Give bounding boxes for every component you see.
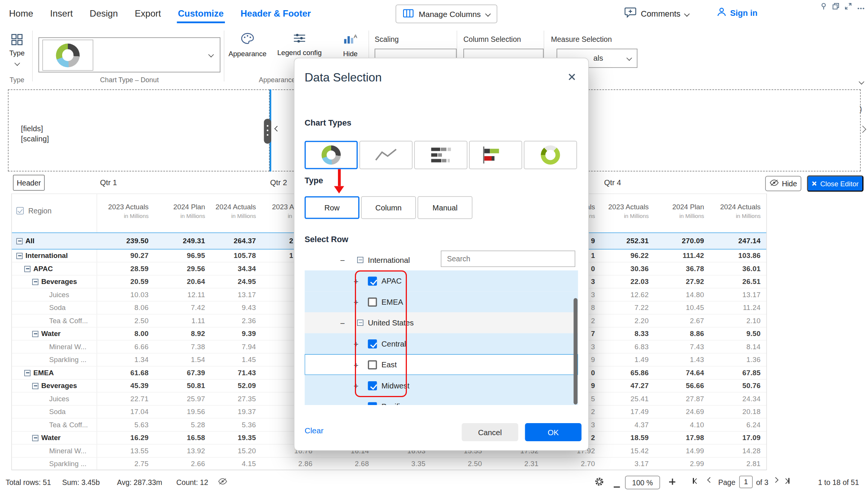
first-page-button[interactable] (693, 478, 698, 484)
chart-type-option-bar[interactable] (469, 141, 522, 169)
manage-columns-button[interactable]: Manage Columns (396, 5, 497, 23)
cell-value[interactable]: 19.37 (171, 408, 256, 416)
tree-item-midwest[interactable]: +Midwest (305, 375, 578, 396)
cell-value[interactable]: 8.14 (676, 343, 761, 351)
duplicate-icon[interactable] (833, 2, 839, 12)
cancel-button[interactable]: Cancel (462, 423, 518, 441)
collapse-icon[interactable] (24, 370, 31, 376)
cell-value[interactable]: 2.36 (171, 317, 256, 325)
close-icon[interactable] (568, 73, 576, 81)
chart-type-option-donut[interactable] (305, 141, 358, 169)
cell-value[interactable]: 71.43 (171, 369, 256, 377)
cell-value[interactable]: 27.35 (171, 395, 256, 403)
checkbox[interactable] (368, 402, 377, 405)
header-tab[interactable]: Header (13, 175, 45, 191)
checkbox[interactable] (368, 297, 377, 306)
cell-value[interactable]: 6.24 (676, 421, 761, 429)
cell-value[interactable]: 26.51 (676, 278, 761, 286)
checkbox[interactable] (368, 381, 377, 390)
cell-value[interactable]: 9.50 (676, 330, 761, 338)
cell-value[interactable]: 1.45 (171, 356, 256, 364)
zoom-in-button[interactable] (669, 478, 675, 487)
cell-value[interactable]: 14.28 (676, 447, 761, 455)
collapse-icon[interactable] (17, 253, 23, 259)
overflow-icon[interactable] (857, 2, 865, 12)
tree-item-united-states[interactable]: −United States (305, 312, 578, 333)
chart-type-option-ring[interactable] (524, 141, 577, 169)
cell-value[interactable]: 52.09 (171, 382, 256, 390)
column-header[interactable]: 2024 Actualsin Millions (676, 203, 761, 219)
expand-icon[interactable]: + (352, 381, 360, 391)
search-input[interactable] (441, 251, 575, 267)
tree-item-east[interactable]: +East (305, 354, 578, 375)
last-page-button[interactable] (784, 478, 790, 484)
table-row-sparkling[interactable]: Sparkling ...2.752.664.152.862.683.352.5… (12, 458, 767, 471)
fields-panel[interactable]: [fields] [scaling] (8, 89, 270, 172)
expand-icon[interactable]: + (352, 297, 360, 307)
cell-value[interactable]: 5.36 (171, 421, 256, 429)
collapse-icon[interactable]: − (339, 255, 347, 265)
collapse-icon[interactable] (32, 279, 39, 285)
cell-value[interactable]: 50.76 (676, 382, 761, 390)
collapse-icon[interactable] (32, 331, 39, 337)
menu-insert[interactable]: Insert (50, 9, 73, 19)
tree-item-pacific[interactable]: +Pacific (305, 396, 578, 405)
tab-header-footer[interactable]: Header & Footer (241, 9, 311, 19)
cell-value[interactable]: 17.09 (676, 434, 761, 442)
collapse-icon[interactable] (32, 435, 39, 441)
cell-value[interactable]: 2.10 (676, 317, 761, 325)
region-column-header[interactable]: Region (17, 207, 52, 215)
expand-icon[interactable]: + (352, 402, 360, 405)
cell-value[interactable]: 7.94 (171, 343, 256, 351)
cell-value[interactable]: 20.18 (676, 408, 761, 416)
cell-value[interactable]: 9.39 (171, 330, 256, 338)
cell-value[interactable]: 247.14 (676, 237, 761, 245)
hide-axis-button[interactable]: A Hide (337, 33, 364, 58)
tree-item-emea[interactable]: +EMEA (305, 292, 578, 313)
cell-value[interactable]: 24.34 (676, 395, 761, 403)
collapse-ribbon-icon[interactable] (859, 79, 864, 84)
cell-value[interactable]: 103.86 (676, 252, 761, 260)
checkbox[interactable] (368, 339, 377, 348)
type-option-row[interactable]: Row (305, 196, 360, 219)
zoom-level[interactable]: 100 % (625, 476, 660, 489)
settings-gear-icon[interactable] (594, 477, 604, 488)
cell-value[interactable]: 36.01 (676, 265, 761, 273)
comments-button[interactable]: Comments (625, 6, 689, 21)
legend-config-button[interactable]: Legend config (270, 33, 329, 57)
expand-icon[interactable]: + (352, 339, 360, 349)
chart-type-option-line[interactable] (359, 141, 413, 169)
ok-button[interactable]: OK (525, 423, 582, 441)
pin-icon[interactable] (821, 2, 827, 12)
next-page-button[interactable] (774, 478, 778, 482)
type-option-column[interactable]: Column (361, 196, 416, 219)
cell-value[interactable]: 13.17 (676, 291, 761, 299)
menu-export[interactable]: Export (135, 9, 161, 19)
collapse-icon[interactable] (17, 238, 23, 244)
tab-customize[interactable]: Customize (178, 9, 223, 19)
type-button[interactable]: Type (3, 34, 31, 68)
sign-in-button[interactable]: Sign in (717, 7, 758, 19)
zoom-out-button[interactable] (614, 481, 620, 489)
collapse-box-icon[interactable] (357, 320, 364, 326)
eye-slash-icon[interactable] (218, 478, 227, 487)
cell-value[interactable]: 24.95 (171, 278, 256, 286)
scrollbar-thumb[interactable] (574, 298, 578, 405)
type-option-manual[interactable]: Manual (418, 196, 473, 219)
checkbox[interactable] (368, 360, 377, 369)
cell-value[interactable]: 67.85 (676, 369, 761, 377)
chart-type-dropdown[interactable] (38, 37, 220, 72)
close-editor-button[interactable]: Close Editor (807, 175, 863, 192)
chart-type-option-stacked-bar[interactable] (414, 141, 468, 169)
hide-button[interactable]: Hide (765, 176, 801, 192)
cell-value[interactable]: 34.34 (171, 265, 256, 273)
cell-value[interactable]: 13.17 (171, 291, 256, 299)
expand-icon[interactable] (845, 2, 852, 12)
previous-page-button[interactable] (708, 478, 712, 482)
collapse-icon[interactable] (24, 265, 31, 272)
cell-value[interactable]: 1.36 (676, 356, 761, 364)
cell-value[interactable]: 19.35 (171, 434, 256, 442)
menu-design[interactable]: Design (90, 9, 118, 19)
expand-icon[interactable]: + (352, 276, 360, 286)
expand-icon[interactable]: + (352, 360, 360, 370)
